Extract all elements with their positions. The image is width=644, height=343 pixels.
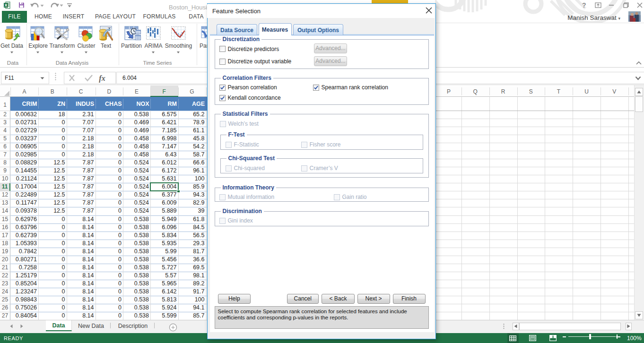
svg-text:fx: fx xyxy=(99,74,105,83)
svg-text:X: X xyxy=(4,3,7,8)
svg-text:?: ? xyxy=(582,1,586,9)
